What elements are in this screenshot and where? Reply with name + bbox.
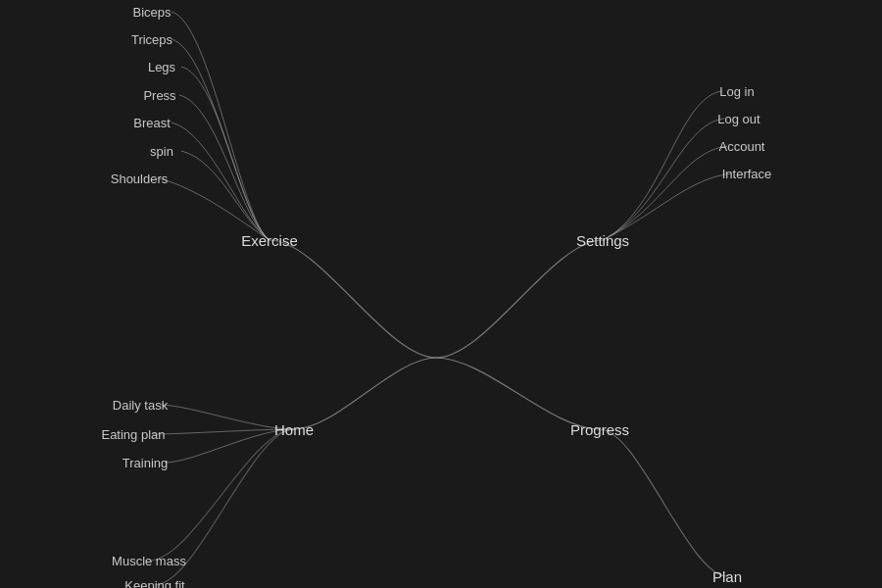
leaf-shoulders[interactable]: Shoulders (111, 172, 169, 186)
leaf-keeping-fit[interactable]: Keeping fit (124, 578, 184, 589)
leaf-breast[interactable]: Breast (133, 116, 171, 130)
leaf-eating-plan[interactable]: Eating plan (101, 427, 165, 442)
leaf-triceps[interactable]: Triceps (131, 32, 172, 47)
settings-node[interactable]: Settings (576, 232, 629, 249)
leaf-legs[interactable]: Legs (148, 60, 175, 74)
leaf-login[interactable]: Log in (719, 84, 754, 99)
progress-node[interactable]: Progress (570, 421, 629, 438)
leaf-press[interactable]: Press (143, 88, 175, 103)
home-node[interactable]: Home (274, 421, 314, 438)
leaf-logout[interactable]: Log out (717, 112, 760, 126)
exercise-node[interactable]: Exercise (241, 232, 298, 249)
leaf-training[interactable]: Training (122, 456, 168, 470)
leaf-spin[interactable]: spin (150, 144, 173, 159)
plan-node[interactable]: Plan (712, 568, 742, 585)
leaf-account[interactable]: Account (719, 139, 765, 154)
leaf-biceps[interactable]: Biceps (132, 5, 171, 20)
leaf-muscle-mass[interactable]: Muscle mass (112, 554, 186, 568)
leaf-daily-task[interactable]: Daily task (113, 398, 168, 413)
leaf-interface[interactable]: Interface (722, 167, 772, 181)
